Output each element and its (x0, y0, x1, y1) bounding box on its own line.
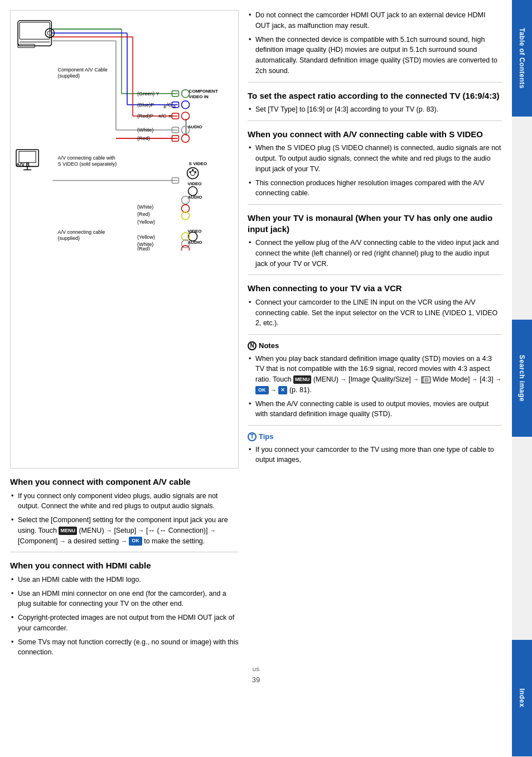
svg-text:AUDIO: AUDIO (188, 124, 202, 129)
hdmi-bullet-3: Copyright-protected images are not outpu… (10, 613, 239, 634)
aspect-ratio-bullets: Set [TV Type] to [16:9] or [4:3] accordi… (248, 104, 502, 115)
svg-point-22 (182, 112, 190, 120)
svg-text:(supplied): (supplied) (57, 73, 80, 79)
diagram-area: Component A/V Cable (supplied) (10, 10, 239, 469)
monaural-bullet-1: Connect the yellow plug of the A/V conne… (248, 238, 502, 269)
svg-rect-1 (20, 22, 50, 39)
svg-text:(Red): (Red) (137, 211, 150, 217)
svg-text:VIDEO IN: VIDEO IN (189, 94, 209, 99)
ok-badge-1: OK (255, 386, 269, 395)
notes-bullets: When you play back standard definition i… (248, 354, 502, 420)
svg-rect-48 (19, 151, 36, 162)
svg-text:B: B (173, 105, 176, 109)
menu-badge-2: MENU (59, 527, 77, 536)
svg-text:Component A/V Cable: Component A/V Cable (57, 67, 107, 73)
hdmi-bullets: Use an HDMI cable with the HDMI logo. Us… (10, 575, 239, 658)
component-heading: When you connect with component A/V cabl… (10, 476, 239, 488)
connection-diagram: Component A/V Cable (supplied) (15, 15, 234, 250)
sidebar-tab-table-contents[interactable]: Table of Contents (512, 0, 532, 117)
us-label: US (253, 667, 260, 672)
tips-bullets: If you connect your camcorder to the TV … (248, 445, 502, 466)
svg-text:(Green) Y: (Green) Y (137, 91, 159, 97)
svg-text:(White): (White) (137, 204, 153, 210)
component-bullets: If you connect only component video plug… (10, 491, 239, 547)
menu-badge: MENU (293, 375, 312, 384)
top-bullet-2: When the connected device is compatible … (248, 35, 502, 76)
main-content: Component A/V Cable (supplied) (0, 0, 512, 757)
notes-heading: N Notes (248, 340, 502, 351)
svg-point-56 (195, 171, 196, 173)
sidebar-tab-search-image[interactable]: Search image (512, 320, 532, 437)
svideo-bullet-1: When the S VIDEO plug (S VIDEO channel) … (248, 143, 502, 174)
svideo-bullet-2: This connection produces higher resoluti… (248, 178, 502, 199)
notes-bullet-1: When you play back standard definition i… (248, 354, 502, 396)
sidebar: Table of Contents Search image Index (512, 0, 532, 757)
svg-text:(supplied): (supplied) (57, 235, 80, 241)
svg-point-12 (182, 90, 190, 98)
svg-text:COMPONENT: COMPONENT (189, 89, 218, 94)
svg-text:/C: /C (161, 113, 167, 119)
hdmi-bullet-2: Use an HDMI mini connector on one end (f… (10, 589, 239, 610)
svg-text:S VIDEO: S VIDEO (189, 161, 207, 166)
svg-text:A/V connecting cable: A/V connecting cable (57, 229, 105, 235)
page-number: US 39 (10, 667, 502, 684)
svg-text:(Yellow): (Yellow) (137, 234, 155, 240)
x-badge-1: ✕ (278, 386, 287, 395)
svg-text:A/V connecting cable with: A/V connecting cable with (57, 155, 115, 161)
svg-point-65 (182, 196, 190, 204)
svg-point-40 (182, 126, 190, 134)
sidebar-tab-index[interactable]: Index (512, 640, 532, 757)
tips-heading: T Tips (248, 431, 502, 442)
left-col: When you connect with component A/V cabl… (10, 476, 239, 661)
svg-text:(Red): (Red) (137, 136, 150, 141)
svg-point-54 (191, 171, 195, 175)
monaural-bullets: Connect the yellow plug of the A/V conne… (248, 238, 502, 269)
svg-point-57 (192, 169, 194, 171)
component-bullet-1: If you connect only component video plug… (10, 491, 239, 512)
right-content: Do not connect the camcorder HDMI OUT ja… (248, 10, 502, 469)
svg-text:AUDIO: AUDIO (188, 195, 202, 200)
hdmi-heading: When you connect with HDMI cable (10, 560, 239, 571)
svg-point-69 (182, 212, 190, 220)
svg-text:(Yellow): (Yellow) (137, 219, 155, 225)
vcr-heading: When connecting to your TV via a VCR (248, 283, 502, 294)
svg-text:S VIDEO (sold separately): S VIDEO (sold separately) (57, 161, 117, 167)
notes-bullet-2: When the A/V connecting cable is used to… (248, 399, 502, 420)
vcr-bullet-1: Connect your camcorder to the LINE IN in… (248, 297, 502, 329)
ok-badge-2: OK (129, 537, 142, 546)
svg-point-67 (182, 205, 190, 213)
svg-text:VIDEO: VIDEO (188, 181, 202, 186)
svg-text:(White): (White) (137, 127, 153, 133)
svg-text:R: R (168, 114, 171, 118)
svg-text:(Red): (Red) (137, 246, 150, 250)
page-container: Component A/V Cable (supplied) (0, 0, 532, 757)
sidebar-spacer (512, 117, 532, 320)
notes-icon: N (248, 341, 257, 350)
tips-bullet-1: If you connect your camcorder to the TV … (248, 445, 502, 466)
top-bullet-1: Do not connect the camcorder HDMI OUT ja… (248, 10, 502, 31)
svg-text:(Red)P: (Red)P (137, 113, 153, 119)
component-bullet-2: Select the [Component] setting for the c… (10, 515, 239, 546)
aspect-bullet-1: Set [TV Type] to [16:9] or [4:3] accordi… (248, 104, 502, 115)
hdmi-bullet-1: Use an HDMI cable with the HDMI logo. (10, 575, 239, 585)
top-section: Component A/V Cable (supplied) (10, 10, 502, 469)
svg-text:(Blue)P: (Blue)P (137, 102, 154, 108)
hdmi-bullet-4: Some TVs may not function correctly (e.g… (10, 637, 239, 658)
monaural-heading: When your TV is monaural (When your TV h… (248, 213, 502, 234)
aspect-ratio-heading: To set the aspect ratio according to the… (248, 90, 502, 102)
svg-point-55 (189, 171, 191, 173)
svg-text:/C: /C (166, 102, 172, 108)
bottom-section: When you connect with component A/V cabl… (10, 476, 502, 661)
svg-point-17 (182, 101, 190, 109)
svg-text:AUDIO: AUDIO (188, 240, 202, 245)
top-bullets-list: Do not connect the camcorder HDMI OUT ja… (248, 10, 502, 76)
svideo-heading: When you connect with A/V connecting cab… (248, 129, 502, 140)
svg-point-44 (182, 134, 190, 142)
vcr-bullets: Connect your camcorder to the LINE IN in… (248, 297, 502, 329)
page-num: 39 (252, 676, 260, 684)
sidebar-spacer-2 (512, 437, 532, 640)
tips-icon: T (248, 432, 257, 441)
svideo-bullets: When the S VIDEO plug (S VIDEO channel) … (248, 143, 502, 199)
